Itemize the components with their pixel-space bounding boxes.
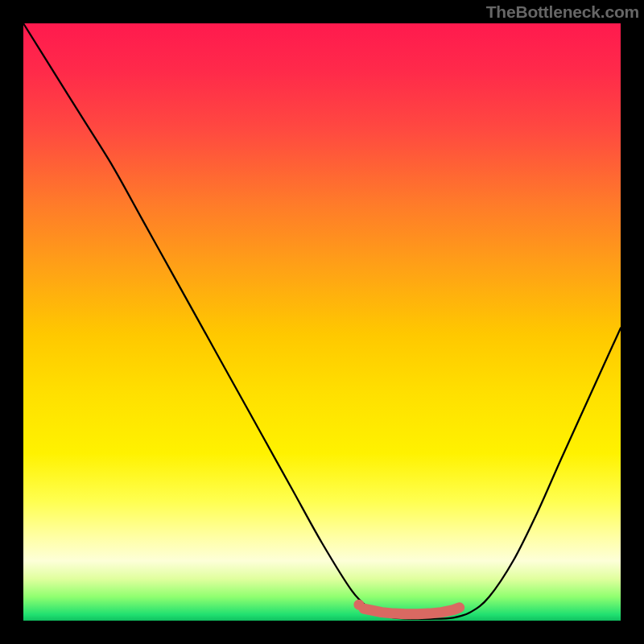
watermark-text: TheBottleneck.com (486, 2, 639, 22)
bottleneck-curve (23, 23, 621, 621)
valley-marker (364, 608, 460, 614)
chart-container: TheBottleneck.com (0, 0, 644, 644)
plot-area (23, 23, 621, 621)
valley-marker-dot (353, 600, 364, 610)
